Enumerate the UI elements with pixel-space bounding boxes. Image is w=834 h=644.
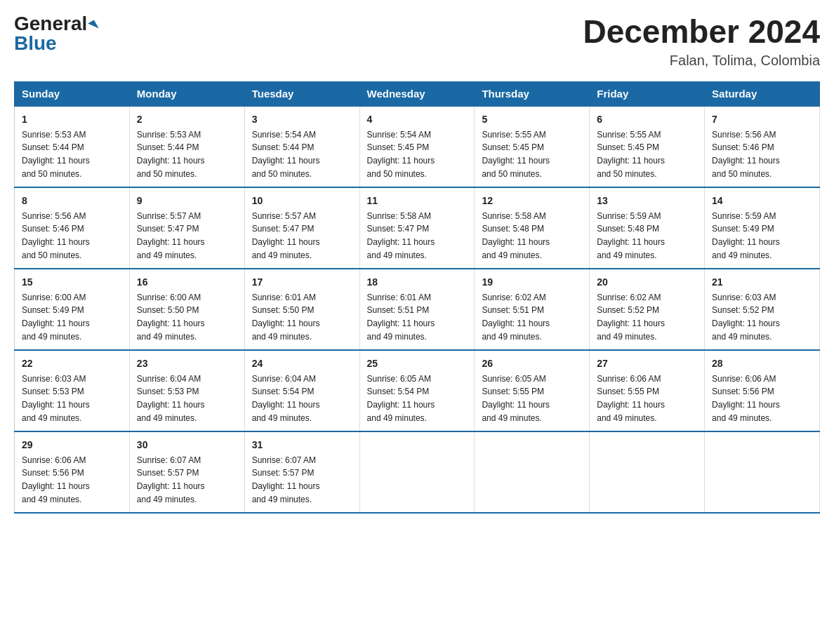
calendar-cell: 17 Sunrise: 6:01 AMSunset: 5:50 PMDaylig… (244, 269, 359, 350)
calendar-cell: 15 Sunrise: 6:00 AMSunset: 5:49 PMDaylig… (15, 269, 130, 350)
logo-top-row: General (14, 14, 97, 34)
calendar-header-row: SundayMondayTuesdayWednesdayThursdayFrid… (15, 81, 820, 106)
calendar-cell: 2 Sunrise: 5:53 AMSunset: 5:44 PMDayligh… (129, 106, 244, 187)
day-info: Sunrise: 5:56 AMSunset: 5:46 PMDaylight:… (712, 130, 780, 179)
day-info: Sunrise: 5:55 AMSunset: 5:45 PMDaylight:… (482, 130, 550, 179)
page-header: General Blue December 2024 Falan, Tolima… (14, 14, 820, 69)
day-number: 12 (482, 194, 582, 208)
day-number: 4 (367, 112, 468, 127)
calendar-cell: 16 Sunrise: 6:00 AMSunset: 5:50 PMDaylig… (129, 269, 244, 350)
day-info: Sunrise: 5:56 AMSunset: 5:46 PMDaylight:… (22, 211, 90, 260)
calendar-cell (705, 431, 820, 513)
day-info: Sunrise: 6:04 AMSunset: 5:53 PMDaylight:… (137, 374, 205, 423)
day-info: Sunrise: 6:01 AMSunset: 5:51 PMDaylight:… (367, 293, 435, 342)
calendar-cell: 23 Sunrise: 6:04 AMSunset: 5:53 PMDaylig… (129, 350, 244, 431)
day-info: Sunrise: 6:02 AMSunset: 5:51 PMDaylight:… (482, 293, 550, 342)
calendar-cell: 19 Sunrise: 6:02 AMSunset: 5:51 PMDaylig… (475, 269, 590, 350)
logo-general-text: General (14, 13, 87, 34)
day-header-friday: Friday (590, 81, 705, 106)
day-number: 1 (22, 112, 122, 127)
day-info: Sunrise: 5:58 AMSunset: 5:48 PMDaylight:… (482, 211, 550, 260)
calendar-table: SundayMondayTuesdayWednesdayThursdayFrid… (14, 81, 820, 514)
day-number: 10 (252, 194, 352, 208)
calendar-cell: 7 Sunrise: 5:56 AMSunset: 5:46 PMDayligh… (705, 106, 820, 187)
day-number: 21 (712, 275, 812, 290)
logo: General Blue (14, 14, 97, 53)
day-number: 2 (137, 112, 237, 127)
day-number: 8 (22, 194, 122, 208)
calendar-cell: 29 Sunrise: 6:06 AMSunset: 5:56 PMDaylig… (15, 431, 130, 513)
day-info: Sunrise: 6:02 AMSunset: 5:52 PMDaylight:… (597, 293, 665, 342)
day-number: 25 (367, 356, 468, 371)
calendar-week-row: 8 Sunrise: 5:56 AMSunset: 5:46 PMDayligh… (15, 187, 820, 269)
calendar-cell: 6 Sunrise: 5:55 AMSunset: 5:45 PMDayligh… (590, 106, 705, 187)
day-info: Sunrise: 5:54 AMSunset: 5:45 PMDaylight:… (367, 130, 435, 179)
day-number: 24 (252, 356, 352, 371)
day-info: Sunrise: 6:01 AMSunset: 5:50 PMDaylight:… (252, 293, 320, 342)
calendar-cell: 14 Sunrise: 5:59 AMSunset: 5:49 PMDaylig… (705, 187, 820, 269)
day-number: 22 (22, 356, 122, 371)
day-number: 28 (712, 356, 812, 371)
title-area: December 2024 Falan, Tolima, Colombia (583, 14, 820, 69)
day-header-tuesday: Tuesday (244, 81, 359, 106)
day-info: Sunrise: 5:53 AMSunset: 5:44 PMDaylight:… (22, 130, 90, 179)
calendar-week-row: 29 Sunrise: 6:06 AMSunset: 5:56 PMDaylig… (15, 431, 820, 513)
calendar-cell (590, 431, 705, 513)
calendar-cell: 18 Sunrise: 6:01 AMSunset: 5:51 PMDaylig… (359, 269, 475, 350)
day-info: Sunrise: 6:03 AMSunset: 5:53 PMDaylight:… (22, 374, 90, 423)
day-number: 17 (252, 275, 352, 290)
day-info: Sunrise: 6:05 AMSunset: 5:55 PMDaylight:… (482, 374, 550, 423)
calendar-cell: 12 Sunrise: 5:58 AMSunset: 5:48 PMDaylig… (475, 187, 590, 269)
day-info: Sunrise: 6:00 AMSunset: 5:49 PMDaylight:… (22, 293, 90, 342)
day-number: 9 (137, 194, 237, 208)
calendar-cell: 13 Sunrise: 5:59 AMSunset: 5:48 PMDaylig… (590, 187, 705, 269)
day-info: Sunrise: 6:07 AMSunset: 5:57 PMDaylight:… (137, 455, 205, 504)
calendar-cell: 5 Sunrise: 5:55 AMSunset: 5:45 PMDayligh… (475, 106, 590, 187)
day-info: Sunrise: 5:59 AMSunset: 5:48 PMDaylight:… (597, 211, 665, 260)
day-number: 5 (482, 112, 582, 127)
calendar-cell: 10 Sunrise: 5:57 AMSunset: 5:47 PMDaylig… (244, 187, 359, 269)
calendar-week-row: 22 Sunrise: 6:03 AMSunset: 5:53 PMDaylig… (15, 350, 820, 431)
day-number: 6 (597, 112, 697, 127)
calendar-cell (475, 431, 590, 513)
calendar-cell: 28 Sunrise: 6:06 AMSunset: 5:56 PMDaylig… (705, 350, 820, 431)
day-number: 31 (252, 438, 352, 452)
day-number: 29 (22, 438, 122, 452)
day-number: 20 (597, 275, 697, 290)
day-info: Sunrise: 6:03 AMSunset: 5:52 PMDaylight:… (712, 293, 780, 342)
calendar-cell: 25 Sunrise: 6:05 AMSunset: 5:54 PMDaylig… (359, 350, 475, 431)
day-header-monday: Monday (129, 81, 244, 106)
day-number: 15 (22, 275, 122, 290)
calendar-cell: 1 Sunrise: 5:53 AMSunset: 5:44 PMDayligh… (15, 106, 130, 187)
calendar-week-row: 15 Sunrise: 6:00 AMSunset: 5:49 PMDaylig… (15, 269, 820, 350)
location-title: Falan, Tolima, Colombia (583, 53, 820, 69)
day-info: Sunrise: 5:54 AMSunset: 5:44 PMDaylight:… (252, 130, 320, 179)
calendar-cell: 21 Sunrise: 6:03 AMSunset: 5:52 PMDaylig… (705, 269, 820, 350)
day-info: Sunrise: 6:04 AMSunset: 5:54 PMDaylight:… (252, 374, 320, 423)
month-title: December 2024 (583, 14, 820, 50)
calendar-week-row: 1 Sunrise: 5:53 AMSunset: 5:44 PMDayligh… (15, 106, 820, 187)
calendar-cell: 3 Sunrise: 5:54 AMSunset: 5:44 PMDayligh… (244, 106, 359, 187)
day-number: 26 (482, 356, 582, 371)
day-info: Sunrise: 6:06 AMSunset: 5:56 PMDaylight:… (712, 374, 780, 423)
day-info: Sunrise: 6:06 AMSunset: 5:56 PMDaylight:… (22, 455, 90, 504)
calendar-cell: 31 Sunrise: 6:07 AMSunset: 5:57 PMDaylig… (244, 431, 359, 513)
day-info: Sunrise: 5:59 AMSunset: 5:49 PMDaylight:… (712, 211, 780, 260)
logo-arrow-icon (88, 20, 99, 32)
day-number: 14 (712, 194, 812, 208)
calendar-cell: 27 Sunrise: 6:06 AMSunset: 5:55 PMDaylig… (590, 350, 705, 431)
logo-blue-text: Blue (14, 32, 57, 54)
calendar-cell (359, 431, 475, 513)
day-number: 16 (137, 275, 237, 290)
calendar-cell: 30 Sunrise: 6:07 AMSunset: 5:57 PMDaylig… (129, 431, 244, 513)
day-number: 3 (252, 112, 352, 127)
day-info: Sunrise: 6:05 AMSunset: 5:54 PMDaylight:… (367, 374, 435, 423)
day-number: 13 (597, 194, 697, 208)
day-number: 30 (137, 438, 237, 452)
day-header-saturday: Saturday (705, 81, 820, 106)
day-number: 11 (367, 194, 468, 208)
day-info: Sunrise: 5:57 AMSunset: 5:47 PMDaylight:… (137, 211, 205, 260)
day-info: Sunrise: 6:00 AMSunset: 5:50 PMDaylight:… (137, 293, 205, 342)
calendar-cell: 22 Sunrise: 6:03 AMSunset: 5:53 PMDaylig… (15, 350, 130, 431)
calendar-cell: 8 Sunrise: 5:56 AMSunset: 5:46 PMDayligh… (15, 187, 130, 269)
